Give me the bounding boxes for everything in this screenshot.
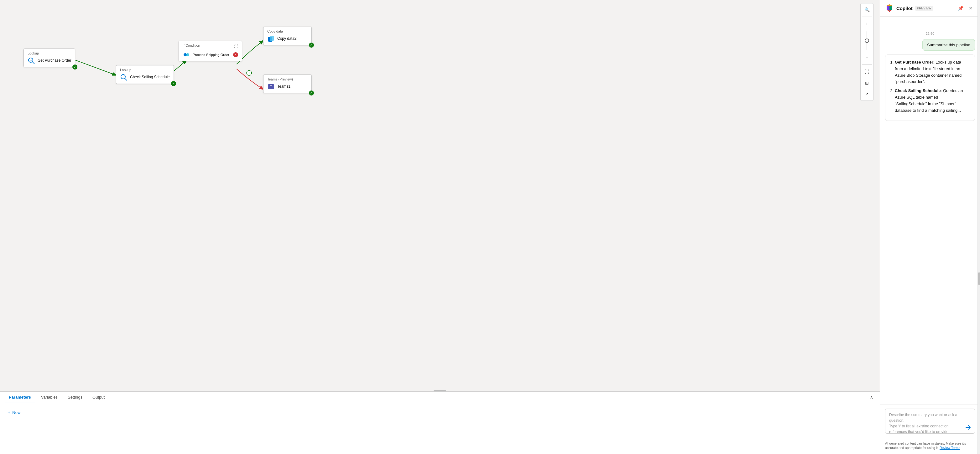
tab-settings[interactable]: Settings — [64, 392, 86, 403]
ai-response-item-1: Get Purchase Order: Looks up data from a… — [895, 59, 970, 85]
slider-thumb[interactable] — [865, 38, 869, 43]
slider-track — [867, 31, 867, 50]
main-area: + Lookup ⌕ — [0, 0, 880, 454]
ai-response-item-2: Check Sailing Schedule: Queries an Azure… — [895, 88, 970, 114]
new-button-label: New — [12, 410, 21, 415]
node-success-indicator: ✓ — [72, 65, 77, 70]
svg-line-3 — [32, 62, 35, 64]
node-success-indicator: ✓ — [309, 43, 314, 48]
bottom-panel-tabs: Parameters Variables Settings Output ∧ — [0, 392, 880, 403]
tab-parameters[interactable]: Parameters — [5, 392, 35, 403]
node-type-label: Lookup — [27, 51, 71, 55]
ai-response: Get Purchase Order: Looks up data from a… — [885, 54, 975, 121]
node-type-label: Lookup — [120, 68, 170, 72]
node-process-label: Process Shipping Order — [192, 52, 229, 57]
copilot-footer: AI-generated content can have mistakes. … — [880, 439, 980, 454]
plus-icon: + — [8, 410, 10, 415]
new-parameter-button[interactable]: + New — [5, 408, 23, 416]
arrange-button[interactable]: ⊞ — [862, 78, 872, 88]
copilot-title: Copilot — [896, 6, 913, 11]
scrollbar-track — [977, 0, 980, 454]
pipeline-canvas: + Lookup ⌕ — [0, 0, 880, 391]
expand-button[interactable]: ↗ — [862, 89, 872, 99]
node-error-indicator: ✕ — [233, 52, 238, 57]
node-label: Get Purchase Order — [38, 58, 71, 63]
copilot-header: Copilot PREVIEW 📌 ✕ — [880, 0, 980, 17]
zoom-out-button[interactable]: − — [862, 52, 872, 63]
review-terms-link[interactable]: Review Terms — [940, 446, 960, 449]
node-teams-header: Teams (Preview) — [267, 77, 308, 81]
copy-icon — [267, 35, 275, 43]
svg-rect-10 — [270, 36, 274, 41]
copilot-logo — [885, 4, 894, 13]
search-button[interactable]: 🔍 — [862, 5, 872, 15]
lookup-icon: ⌕ — [27, 57, 35, 65]
node-label: Copy data2 — [277, 37, 296, 41]
item2-name: Check Sailing Schedule — [895, 88, 941, 93]
tab-variables[interactable]: Variables — [37, 392, 61, 403]
fit-screen-button[interactable]: ⛶ — [862, 67, 872, 77]
tab-output[interactable]: Output — [89, 392, 108, 403]
chat-timestamp: 22:50 — [885, 32, 975, 35]
svg-text:⌕: ⌕ — [30, 59, 32, 62]
zoom-in-button[interactable]: + — [862, 19, 872, 29]
close-copilot-button[interactable]: ✕ — [966, 4, 975, 13]
node-label: Teams1 — [277, 84, 290, 89]
zoom-slider — [862, 30, 872, 51]
send-button[interactable] — [964, 424, 972, 432]
collapse-panel-button[interactable]: ∧ — [869, 393, 875, 402]
svg-point-5 — [121, 75, 125, 79]
expand-icon[interactable]: ⛶ — [234, 44, 238, 49]
node-copy-header: Copy data — [267, 29, 308, 33]
node-success-indicator: ✓ — [309, 90, 314, 95]
pin-button[interactable]: 📌 — [956, 4, 965, 13]
canvas-toolbar: 🔍 + − ⛶ ⊞ ↗ — [860, 3, 873, 101]
lookup-icon — [120, 74, 127, 81]
copilot-panel: Copilot PREVIEW 📌 ✕ 22:50 Summarize this… — [880, 0, 980, 454]
copilot-preview-badge: PREVIEW — [915, 6, 933, 11]
drag-handle[interactable] — [434, 390, 446, 391]
bottom-panel-content: + New — [0, 403, 880, 421]
connections-svg: + — [0, 0, 880, 391]
copilot-header-actions: 📌 ✕ — [956, 4, 975, 13]
node-success-indicator: ✓ — [171, 81, 176, 86]
node-check-sailing-schedule[interactable]: Lookup Check Sailing Schedule ✓ — [116, 65, 174, 84]
node-label: Check Sailing Schedule — [130, 75, 170, 80]
svg-line-6 — [125, 78, 127, 81]
svg-point-8 — [186, 53, 189, 56]
svg-text:T: T — [270, 85, 272, 89]
svg-point-0 — [247, 70, 251, 75]
copilot-chat-body: 22:50 Summarize this pipeline Get Purcha… — [880, 17, 980, 405]
node-copy-data[interactable]: Copy data Copy data2 ✓ — [263, 27, 312, 45]
node-teams[interactable]: Teams (Preview) T Teams1 ✓ — [263, 75, 312, 93]
item1-name: Get Purchase Order — [895, 60, 933, 65]
process-icon — [183, 51, 190, 59]
copilot-input-wrapper — [885, 409, 975, 435]
svg-text:+: + — [248, 71, 250, 75]
scrollbar-thumb[interactable] — [978, 272, 980, 285]
node-if-condition[interactable]: If Condition ⛶ Process Shipping Order ✕ — [178, 41, 242, 61]
teams-icon: T — [267, 83, 275, 90]
user-message: Summarize this pipeline — [922, 39, 975, 51]
bottom-panel: Parameters Variables Settings Output ∧ +… — [0, 391, 880, 454]
copilot-input[interactable] — [885, 409, 975, 433]
node-if-condition-label: If Condition — [183, 43, 200, 47]
node-get-purchase-order[interactable]: Lookup ⌕ Get Purchase Order ✓ — [24, 49, 75, 67]
copilot-input-area — [880, 405, 980, 439]
